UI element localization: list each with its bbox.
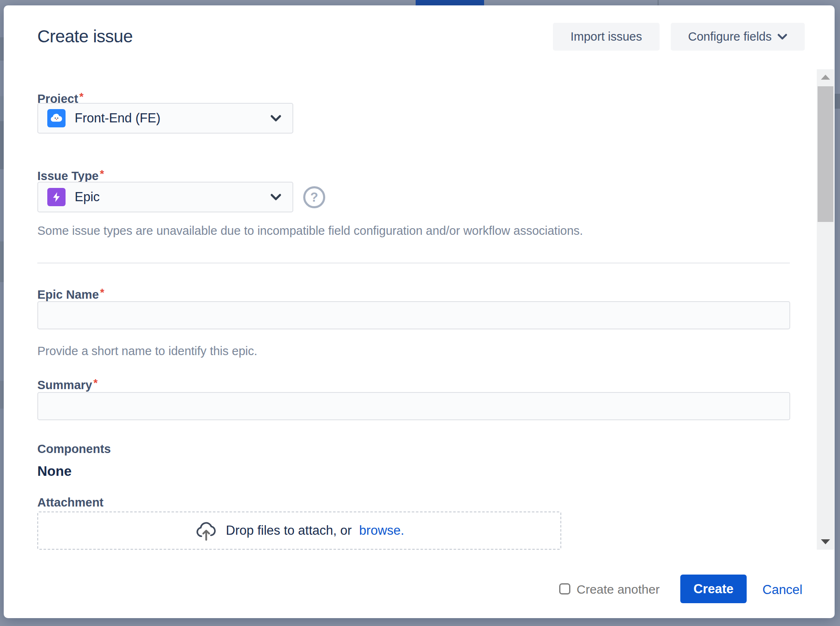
issue-type-select-value: Epic <box>75 190 270 205</box>
project-select[interactable]: Front-End (FE) <box>37 103 293 134</box>
background-nav-button-fragment <box>416 0 484 5</box>
scrollbar-thumb[interactable] <box>818 86 833 222</box>
required-asterisk: * <box>100 286 104 299</box>
help-icon[interactable]: ? <box>303 186 325 208</box>
issue-type-availability-note: Some issue types are unavailable due to … <box>37 224 583 238</box>
issue-type-select[interactable]: Epic <box>37 182 293 212</box>
create-another-label[interactable]: Create another <box>577 582 660 597</box>
backdrop-bottom-strip <box>0 618 840 626</box>
triangle-up-icon <box>821 75 830 80</box>
backdrop-right-strip <box>835 0 840 626</box>
cancel-link[interactable]: Cancel <box>762 582 803 597</box>
dialog-title: Create issue <box>37 27 133 46</box>
configure-fields-label: Configure fields <box>688 30 772 44</box>
required-asterisk: * <box>93 377 97 389</box>
browse-link[interactable]: browse. <box>359 523 404 538</box>
create-issue-dialog: Create issue Import issues Configure fie… <box>4 5 835 618</box>
chevron-down-icon <box>777 34 787 40</box>
attachment-label: Attachment <box>37 496 104 509</box>
triangle-down-icon <box>821 539 830 544</box>
epic-name-input[interactable] <box>37 301 790 329</box>
create-another-checkbox[interactable] <box>559 583 570 594</box>
attachment-dropzone[interactable]: Drop files to attach, or browse. <box>37 512 561 550</box>
chevron-down-icon <box>270 114 282 122</box>
project-select-value: Front-End (FE) <box>75 111 270 126</box>
epic-lightning-icon <box>47 188 66 206</box>
scrollbar-down-arrow[interactable] <box>817 534 834 550</box>
create-button[interactable]: Create <box>680 575 747 603</box>
import-issues-button[interactable]: Import issues <box>553 23 660 51</box>
cloud-upload-icon <box>195 520 219 541</box>
backdrop-top-strip <box>0 0 840 5</box>
section-divider <box>37 263 790 263</box>
chevron-down-icon <box>270 193 282 201</box>
configure-fields-button[interactable]: Configure fields <box>671 23 805 51</box>
epic-name-label: Epic Name* <box>37 286 104 302</box>
issue-type-label: Issue Type* <box>37 168 104 183</box>
components-label: Components <box>37 442 111 456</box>
import-issues-label: Import issues <box>570 30 642 44</box>
background-divider-fragment <box>657 0 659 5</box>
scrollbar-up-arrow[interactable] <box>817 69 834 85</box>
dialog-scrollbar[interactable] <box>817 69 834 550</box>
epic-name-helper: Provide a short name to identify this ep… <box>37 344 257 358</box>
project-avatar-cloud-icon <box>47 109 66 127</box>
dropzone-text: Drop files to attach, or <box>226 523 352 538</box>
required-asterisk: * <box>79 90 83 103</box>
required-asterisk: * <box>100 168 104 180</box>
summary-input[interactable] <box>37 392 790 420</box>
backdrop-left-strip <box>0 0 4 626</box>
summary-label: Summary* <box>37 377 97 392</box>
components-value: None <box>37 463 72 479</box>
